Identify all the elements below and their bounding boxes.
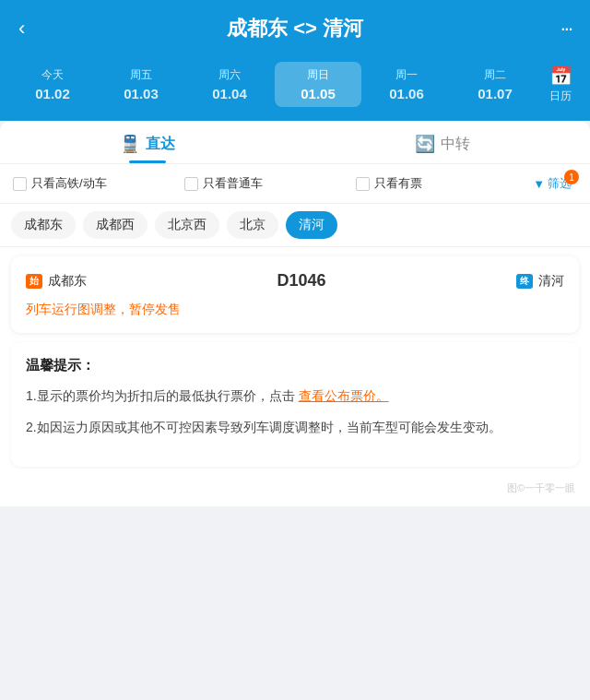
- station-tab-chengdu_east[interactable]: 成都东: [11, 211, 76, 239]
- filter-available-label: 只看有票: [374, 175, 422, 192]
- filter-icon: ▼: [533, 177, 545, 191]
- checkbox-available[interactable]: [356, 177, 370, 191]
- train-card[interactable]: 始 成都东 D1046 终 清河 列车运行图调整，暂停发售: [11, 256, 579, 333]
- date-bar: 今天 01.02 周五 01.03 周六 01.04 周日 01.05 周一 0…: [0, 53, 590, 121]
- day-name: 周六: [218, 67, 241, 83]
- train-origin: 始 成都东: [26, 273, 87, 290]
- date-item-01.03[interactable]: 周五 01.03: [98, 62, 184, 107]
- main-content: 🚆 直达 🔄 中转 只看高铁/动车 只看普通车 只看有票 ▼ 筛选 1: [0, 121, 590, 506]
- date-item-01.06[interactable]: 周一 01.06: [363, 62, 450, 107]
- train-number: D1046: [277, 271, 325, 291]
- notice-link[interactable]: 查看公布票价。: [299, 388, 389, 403]
- watermark: 图©一千零一眼: [0, 476, 590, 506]
- header: ‹ 成都东 <> 清河 ···: [0, 0, 590, 53]
- filter-high-speed[interactable]: 只看高铁/动车: [13, 175, 181, 192]
- dest-badge: 终: [516, 274, 533, 289]
- filter-regular[interactable]: 只看普通车: [184, 175, 352, 192]
- train-status: 列车运行图调整，暂停发售: [26, 302, 564, 318]
- day-name: 周日: [307, 67, 329, 83]
- notice-item-2: 2.如因运力原因或其他不可控因素导致列车调度调整时，当前车型可能会发生变动。: [26, 417, 564, 439]
- tab-transfer[interactable]: 🔄 中转: [295, 121, 590, 163]
- day-date: 01.02: [35, 86, 70, 101]
- header-title: 成都东 <> 清河: [52, 15, 538, 42]
- day-date: 01.03: [124, 86, 159, 101]
- station-tab-qinghe[interactable]: 清河: [286, 211, 337, 239]
- notice-item-1: 1.显示的票价均为折扣后的最低执行票价，点击 查看公布票价。: [26, 386, 564, 408]
- date-item-01.02[interactable]: 今天 01.02: [9, 62, 96, 107]
- station-tab-chengdu_west[interactable]: 成都西: [83, 211, 148, 239]
- date-item-01.05[interactable]: 周日 01.05: [275, 62, 361, 107]
- tab-transfer-label: 中转: [441, 135, 470, 154]
- day-name: 周二: [484, 67, 506, 83]
- filter-badge: 1: [564, 170, 579, 184]
- checkbox-regular[interactable]: [184, 177, 198, 191]
- day-date: 01.06: [389, 86, 424, 101]
- train-dest: 终 清河: [516, 273, 564, 290]
- origin-badge: 始: [26, 274, 42, 289]
- day-name: 周一: [395, 67, 418, 83]
- day-date: 01.07: [478, 86, 513, 101]
- filter-high-speed-label: 只看高铁/动车: [31, 175, 107, 192]
- train-dest-name: 清河: [538, 273, 564, 290]
- transfer-icon: 🔄: [415, 134, 435, 154]
- filter-row: 只看高铁/动车 只看普通车 只看有票 ▼ 筛选 1: [0, 164, 590, 204]
- notice-box: 温馨提示： 1.显示的票价均为折扣后的最低执行票价，点击 查看公布票价。 2.如…: [11, 342, 579, 467]
- day-date: 01.04: [212, 86, 247, 101]
- checkbox-high-speed[interactable]: [13, 177, 27, 191]
- calendar-label: 日历: [549, 89, 572, 104]
- filter-available[interactable]: 只看有票: [356, 175, 524, 192]
- station-tab-beijing[interactable]: 北京: [227, 211, 278, 239]
- tab-direct[interactable]: 🚆 直达: [0, 121, 295, 163]
- back-button[interactable]: ‹: [18, 17, 52, 41]
- station-tab-beijing_west[interactable]: 北京西: [155, 211, 219, 239]
- day-name: 周五: [130, 67, 152, 83]
- tab-direct-label: 直达: [146, 135, 175, 154]
- calendar-button[interactable]: 📅 日历: [540, 61, 581, 108]
- train-header: 始 成都东 D1046 终 清河: [26, 271, 564, 291]
- filter-button[interactable]: ▼ 筛选 1: [527, 173, 577, 194]
- train-origin-name: 成都东: [48, 273, 87, 290]
- day-name: 今天: [41, 67, 64, 83]
- calendar-icon: 📅: [549, 65, 572, 87]
- notice-title: 温馨提示：: [26, 357, 564, 374]
- day-date: 01.05: [301, 86, 336, 101]
- notice-item-1-prefix: 1.显示的票价均为折扣后的最低执行票价，点击: [26, 388, 299, 403]
- date-item-01.07[interactable]: 周二 01.07: [452, 62, 538, 107]
- station-tabs: 成都东成都西北京西北京清河: [0, 204, 590, 247]
- more-button[interactable]: ···: [538, 17, 572, 41]
- filter-regular-label: 只看普通车: [203, 175, 263, 192]
- tabs-container: 🚆 直达 🔄 中转: [0, 121, 590, 164]
- date-item-01.04[interactable]: 周六 01.04: [186, 62, 273, 107]
- train-icon: 🚆: [120, 134, 140, 154]
